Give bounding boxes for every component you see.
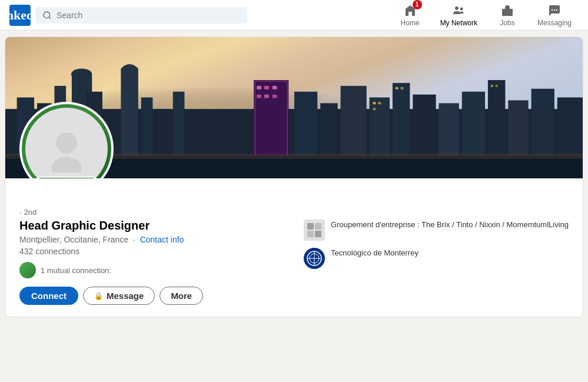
svg-rect-53 <box>307 231 314 237</box>
svg-rect-24 <box>273 86 277 89</box>
message-button-label: Message <box>107 291 144 301</box>
nav-items: 1 Home My Network Jobs <box>390 4 579 27</box>
profile-right: Groupement d'entreprise : The Brix / Tin… <box>304 208 569 305</box>
groupement-logo-icon <box>306 222 323 238</box>
messaging-nav-label: Messaging <box>537 19 572 27</box>
home-nav-label: Home <box>401 19 420 27</box>
nav-item-home[interactable]: 1 Home <box>390 4 431 27</box>
svg-rect-44 <box>373 108 376 110</box>
location-line: Montpellier, Occitanie, France · Contact… <box>19 235 290 244</box>
cover-photo: #OPENTOWORK <box>5 37 583 178</box>
mutual-connection: 1 mutual connection: <box>19 262 290 278</box>
jobs-nav-label: Jobs <box>500 19 514 27</box>
location-text: Montpellier, Occitanie, France <box>19 235 128 244</box>
connect-button[interactable]: Connect <box>19 287 78 305</box>
svg-rect-54 <box>315 231 321 237</box>
tec-logo-icon <box>305 249 324 268</box>
svg-rect-46 <box>401 87 404 89</box>
svg-rect-43 <box>378 102 381 104</box>
svg-rect-45 <box>396 87 398 89</box>
profile-info: 2nd Head Graphic Designer Montpellier, O… <box>5 178 583 317</box>
my-network-icon <box>451 4 466 18</box>
svg-point-6 <box>552 9 553 10</box>
svg-rect-42 <box>373 102 376 104</box>
profile-left: 2nd Head Graphic Designer Montpellier, O… <box>19 208 290 305</box>
svg-line-1 <box>49 17 51 19</box>
search-icon <box>42 11 52 20</box>
svg-rect-51 <box>307 223 314 230</box>
svg-rect-23 <box>264 86 269 89</box>
svg-rect-48 <box>496 85 498 87</box>
avatar-image <box>25 108 108 178</box>
svg-point-7 <box>556 9 557 10</box>
company-text-groupement: Groupement d'entreprise : The Brix / Tin… <box>331 220 569 230</box>
messaging-icon <box>547 4 562 18</box>
svg-point-50 <box>51 157 82 172</box>
svg-rect-52 <box>315 223 321 230</box>
connection-level: 2nd <box>19 208 290 217</box>
jobs-nav-icon-container <box>500 4 514 18</box>
svg-rect-27 <box>273 95 277 98</box>
nav-item-my-network[interactable]: My Network <box>433 4 484 27</box>
svg-point-14 <box>71 68 92 80</box>
company-item-groupement: Groupement d'entreprise : The Brix / Tin… <box>304 220 569 241</box>
mutual-connection-text: 1 mutual connection: <box>41 266 111 275</box>
nav-item-messaging[interactable]: Messaging <box>530 4 579 27</box>
profile-avatar-area: #OPENTOWORK <box>19 102 114 178</box>
connections-count: 432 connections <box>19 247 290 256</box>
svg-point-49 <box>56 132 77 154</box>
search-input[interactable] <box>57 11 240 20</box>
linkedin-logo[interactable]: LinkedIn <box>9 5 31 26</box>
home-nav-icon-container: 1 <box>403 4 417 18</box>
company-logo-groupement <box>304 220 325 241</box>
avatar-ring: #OPENTOWORK <box>19 102 114 178</box>
svg-point-5 <box>554 9 555 10</box>
nav-item-jobs[interactable]: Jobs <box>487 4 528 27</box>
lock-icon: 🔒 <box>94 292 103 300</box>
svg-rect-25 <box>257 95 261 98</box>
mutual-connection-avatar <box>19 262 36 278</box>
svg-point-3 <box>460 7 463 10</box>
main-content: #OPENTOWORK 2nd Head Graphic Designer Mo… <box>0 36 588 317</box>
svg-point-0 <box>44 12 50 18</box>
messaging-nav-icon-container <box>547 4 562 18</box>
company-text-tec: Tecnológico de Monterrey <box>331 248 418 258</box>
tec-name: Tecnológico de Monterrey <box>331 248 418 257</box>
action-buttons: Connect 🔒 Message More <box>19 287 290 305</box>
profile-card: #OPENTOWORK 2nd Head Graphic Designer Mo… <box>5 36 583 317</box>
my-network-nav-icon-container <box>451 4 466 18</box>
svg-rect-26 <box>264 95 269 98</box>
avatar-silhouette <box>43 125 90 172</box>
company-logo-tec <box>304 248 325 269</box>
svg-point-2 <box>455 6 459 10</box>
groupement-name: Groupement d'entreprise : The Brix / Tin… <box>331 220 569 229</box>
search-bar[interactable] <box>35 7 247 24</box>
contact-info-link[interactable]: Contact info <box>140 235 184 244</box>
home-badge: 1 <box>413 0 422 9</box>
top-navigation: LinkedIn 1 Home <box>0 0 588 31</box>
svg-rect-22 <box>257 86 261 89</box>
job-title: Head Graphic Designer <box>19 219 290 232</box>
company-item-tec: Tecnológico de Monterrey <box>304 248 569 269</box>
svg-rect-47 <box>491 85 493 87</box>
svg-rect-4 <box>502 9 513 16</box>
open-to-work-badge: #OPENTOWORK <box>35 177 99 178</box>
more-button[interactable]: More <box>160 287 203 305</box>
my-network-nav-label: My Network <box>440 19 477 27</box>
jobs-icon <box>500 4 514 18</box>
message-button[interactable]: 🔒 Message <box>83 287 155 305</box>
